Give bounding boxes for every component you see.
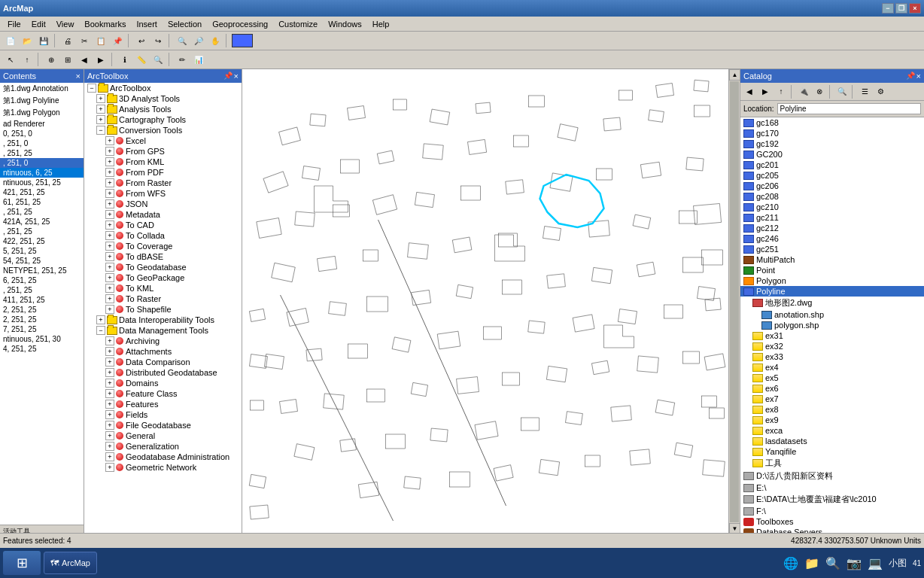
toolbox-item-7[interactable]: +From PDF — [84, 167, 242, 178]
taskbar-sys-icon[interactable]: 💻 — [868, 556, 883, 570]
menu-help[interactable]: Help — [368, 18, 394, 30]
map-vscroll-thumb[interactable] — [730, 81, 739, 522]
measure-btn[interactable]: 📏 — [134, 52, 149, 67]
contents-item-14[interactable]: , 251, 25 — [0, 227, 84, 236]
toolbox-item-25[interactable]: +Data Comparison — [84, 357, 242, 367]
catalog-item-23[interactable]: ex4 — [740, 362, 924, 373]
pan-btn[interactable]: ✋ — [208, 33, 223, 48]
menu-customize[interactable]: Customize — [274, 18, 322, 30]
menu-file[interactable]: File — [3, 18, 26, 30]
redo-btn[interactable]: ↪ — [150, 33, 166, 48]
catalog-item-7[interactable]: gc208 — [740, 191, 924, 202]
toolbox-item-2[interactable]: +Cartography Tools — [84, 114, 242, 125]
toolbox-item-21[interactable]: +Data Interoperability Tools — [84, 315, 242, 325]
catalog-item-34[interactable]: E:\ — [740, 482, 924, 493]
color-box[interactable] — [232, 34, 253, 47]
toolbox-item-16[interactable]: +To Geodatabase — [84, 262, 242, 272]
identify-btn[interactable]: ℹ — [117, 52, 132, 67]
contents-item-20[interactable]: , 251, 25 — [0, 285, 84, 295]
catalog-item-19[interactable]: polygon.shp — [740, 320, 924, 330]
catalog-item-27[interactable]: ex8 — [740, 404, 924, 415]
map-vscroll-up[interactable]: ▲ — [729, 69, 740, 81]
toolbox-item-27[interactable]: +Domains — [84, 378, 242, 388]
catalog-item-17[interactable]: 地形图2.dwg — [740, 297, 924, 309]
toolbox-item-3[interactable]: −Conversion Tools — [84, 125, 242, 135]
catalog-item-26[interactable]: ex7 — [740, 394, 924, 404]
contents-item-0[interactable]: 第1.dwg Annotation — [0, 83, 84, 95]
toolbox-item-19[interactable]: +To Raster — [84, 294, 242, 304]
menu-selection[interactable]: Selection — [163, 18, 206, 30]
toolbox-close[interactable]: × — [234, 71, 239, 81]
forward-btn[interactable]: ▶ — [93, 52, 108, 67]
contents-item-4[interactable]: 0, 251, 0 — [0, 129, 84, 138]
close-button[interactable]: × — [909, 3, 921, 14]
contents-item-9[interactable]: ntinuous, 251, 25 — [0, 178, 84, 187]
contents-item-11[interactable]: 61, 251, 25 — [0, 197, 84, 207]
contents-item-13[interactable]: 421A, 251, 25 — [0, 217, 84, 227]
catalog-close[interactable]: × — [916, 71, 921, 81]
catalog-item-32[interactable]: 工具 — [740, 457, 924, 470]
catalog-item-15[interactable]: Polygon — [740, 275, 924, 286]
toolbox-pin[interactable]: 📌 — [223, 71, 233, 81]
location-input[interactable] — [777, 103, 921, 114]
catalog-item-0[interactable]: gc168 — [740, 117, 924, 128]
toolbox-item-32[interactable]: +General — [84, 430, 242, 441]
toolbox-item-31[interactable]: +File Geodatabase — [84, 420, 242, 430]
catalog-item-14[interactable]: Point — [740, 265, 924, 275]
undo-btn[interactable]: ↩ — [134, 33, 149, 48]
contents-item-16[interactable]: 5, 251, 25 — [0, 246, 84, 256]
toolbox-item-13[interactable]: +To Collada — [84, 230, 242, 241]
catalog-item-16[interactable]: Polyline — [740, 286, 924, 297]
cat-view[interactable]: ☰ — [857, 84, 872, 99]
toolbox-item-17[interactable]: +To GeoPackage — [84, 272, 242, 283]
open-btn[interactable]: 📂 — [20, 33, 35, 48]
contents-item-3[interactable]: ad Renderer — [0, 119, 84, 129]
toolbox-item-1[interactable]: +Analysis Tools — [84, 104, 242, 114]
toolbox-item-24[interactable]: +Attachments — [84, 346, 242, 357]
pointer-btn[interactable]: ↑ — [20, 52, 35, 67]
copy-btn[interactable]: 📋 — [93, 33, 108, 48]
zoom-in-btn[interactable]: 🔍 — [175, 33, 190, 48]
toolbox-item-35[interactable]: +Geometric Network — [84, 462, 242, 473]
catalog-item-12[interactable]: gc251 — [740, 244, 924, 254]
catalog-item-1[interactable]: gc170 — [740, 128, 924, 138]
menu-edit[interactable]: Edit — [27, 18, 50, 30]
menu-view[interactable]: View — [52, 18, 79, 30]
contents-item-17[interactable]: 54, 251, 25 — [0, 256, 84, 266]
catalog-item-24[interactable]: ex5 — [740, 373, 924, 383]
catalog-item-30[interactable]: lasdatasets — [740, 436, 924, 446]
catalog-item-18[interactable]: anotation.shp — [740, 309, 924, 320]
toolbox-item-28[interactable]: +Feature Class — [84, 388, 242, 399]
catalog-item-20[interactable]: ex31 — [740, 330, 924, 341]
toolbox-item-29[interactable]: +Features — [84, 399, 242, 409]
select-btn[interactable]: ↖ — [3, 52, 18, 67]
toolbox-item-34[interactable]: +Geodatabase Administration — [84, 452, 242, 462]
toolbox-item-12[interactable]: +To CAD — [84, 220, 242, 230]
toolbox-item-15[interactable]: +To dBASE — [84, 251, 242, 262]
toolbox-item-6[interactable]: +From KML — [84, 157, 242, 167]
toolbox-item-8[interactable]: +From Raster — [84, 178, 242, 188]
contents-item-19[interactable]: 6, 251, 25 — [0, 275, 84, 285]
toolbox-item-10[interactable]: +JSON — [84, 199, 242, 209]
catalog-item-31[interactable]: Yanqifile — [740, 446, 924, 457]
print-btn[interactable]: 🖨 — [60, 33, 75, 48]
menu-insert[interactable]: Insert — [132, 18, 162, 30]
catalog-pin[interactable]: 📌 — [906, 71, 915, 81]
cat-search[interactable]: 🔍 — [834, 84, 850, 99]
contents-item-2[interactable]: 第1.dwg Polygon — [0, 107, 84, 119]
full-extent-btn[interactable]: ⊞ — [60, 52, 75, 67]
toolbox-item-22[interactable]: −Data Management Tools — [84, 325, 242, 336]
catalog-item-9[interactable]: gc211 — [740, 212, 924, 223]
editor-btn[interactable]: ✏ — [175, 52, 190, 67]
map-area[interactable]: ▲ ▼ ◀ ▶ |◀ ◀ ▶ ▶| — [242, 69, 740, 548]
toolbox-item-33[interactable]: +Generalization — [84, 441, 242, 452]
catalog-item-22[interactable]: ex33 — [740, 351, 924, 362]
catalog-item-29[interactable]: exca — [740, 425, 924, 436]
find-btn[interactable]: 🔍 — [150, 52, 166, 67]
toolbox-item-20[interactable]: +To Shapefile — [84, 304, 242, 315]
menu-windows[interactable]: Windows — [324, 18, 366, 30]
arcmap-taskbar-item[interactable]: 🗺 ArcMap — [44, 552, 97, 574]
catalog-item-5[interactable]: gc205 — [740, 170, 924, 181]
cat-props[interactable]: ⚙ — [873, 84, 888, 99]
minimize-button[interactable]: − — [882, 3, 894, 14]
